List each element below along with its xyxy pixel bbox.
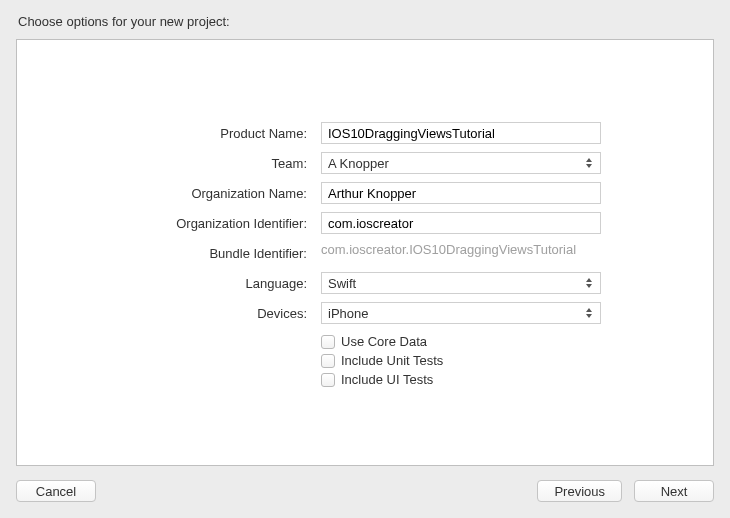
use-core-data-checkbox[interactable] xyxy=(321,335,335,349)
devices-select-value: iPhone xyxy=(328,306,584,321)
team-label: Team: xyxy=(17,156,307,171)
dialog-heading: Choose options for your new project: xyxy=(18,14,714,29)
bundle-identifier-label: Bundle Identifier: xyxy=(17,246,307,261)
use-core-data-label: Use Core Data xyxy=(341,334,427,349)
new-project-dialog: Choose options for your new project: Pro… xyxy=(0,0,730,518)
devices-label: Devices: xyxy=(17,306,307,321)
next-button[interactable]: Next xyxy=(634,480,714,502)
product-name-label: Product Name: xyxy=(17,126,307,141)
include-unit-tests-row: Include Unit Tests xyxy=(321,353,611,368)
team-select-value: A Knopper xyxy=(328,156,584,171)
options-panel: Product Name: Team: A Knopper Organizati… xyxy=(16,39,714,466)
include-unit-tests-checkbox[interactable] xyxy=(321,354,335,368)
include-ui-tests-row: Include UI Tests xyxy=(321,372,611,387)
include-unit-tests-label: Include Unit Tests xyxy=(341,353,443,368)
language-select-value: Swift xyxy=(328,276,584,291)
bundle-identifier-value: com.ioscreator.IOS10DraggingViewsTutoria… xyxy=(321,242,576,257)
product-name-input[interactable] xyxy=(321,122,601,144)
use-core-data-row: Use Core Data xyxy=(321,334,611,349)
include-ui-tests-label: Include UI Tests xyxy=(341,372,433,387)
updown-arrows-icon xyxy=(584,308,594,318)
updown-arrows-icon xyxy=(584,158,594,168)
organization-name-input[interactable] xyxy=(321,182,601,204)
language-select[interactable]: Swift xyxy=(321,272,601,294)
organization-identifier-input[interactable] xyxy=(321,212,601,234)
cancel-button[interactable]: Cancel xyxy=(16,480,96,502)
options-checkbox-group: Use Core Data Include Unit Tests Include… xyxy=(321,332,611,387)
team-select[interactable]: A Knopper xyxy=(321,152,601,174)
previous-button[interactable]: Previous xyxy=(537,480,622,502)
button-bar: Cancel Previous Next xyxy=(16,480,714,502)
organization-name-label: Organization Name: xyxy=(17,186,307,201)
updown-arrows-icon xyxy=(584,278,594,288)
include-ui-tests-checkbox[interactable] xyxy=(321,373,335,387)
language-label: Language: xyxy=(17,276,307,291)
options-form: Product Name: Team: A Knopper Organizati… xyxy=(17,122,713,387)
organization-identifier-label: Organization Identifier: xyxy=(17,216,307,231)
devices-select[interactable]: iPhone xyxy=(321,302,601,324)
